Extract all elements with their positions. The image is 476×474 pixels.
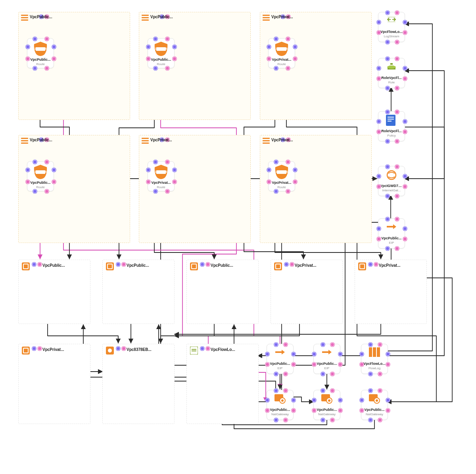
- node-n_eip1[interactable]: VpcPublic...EIP: [267, 344, 294, 374]
- route-ip: 172.16.0.0: [27, 170, 54, 173]
- route-node[interactable]: 172.16.0.0VpcPrivat...Route: [148, 161, 175, 191]
- port-dot: [395, 11, 399, 15]
- panel-p1[interactable]: VpcPublic...: [102, 260, 175, 324]
- node-n_logstream[interactable]: VpcFlowLo...LogStream: [378, 12, 405, 42]
- panel-p0[interactable]: VpcPublic...: [18, 260, 90, 324]
- node-sublabel: InternetGat...: [378, 189, 405, 192]
- port-dot: [146, 180, 150, 184]
- port-dot: [286, 37, 290, 41]
- port-dot: [386, 86, 390, 90]
- port-dot: [395, 40, 399, 44]
- port-dot: [360, 362, 364, 366]
- group-label: VpcPublic...: [150, 15, 173, 19]
- node-n_igw[interactable]: VpcIGWD7B...InternetGat...: [378, 166, 405, 196]
- node-sublabel: Route: [269, 62, 295, 66]
- node-n_eip_r[interactable]: VpcPublic...EIP: [378, 218, 405, 249]
- node-sublabel: NatGateway: [314, 412, 340, 416]
- port-dot: [369, 343, 372, 347]
- node-sublabel: NatGateway: [267, 412, 293, 416]
- node-sublabel: EIP: [378, 241, 405, 245]
- port-dot: [274, 189, 278, 193]
- node-n_policy[interactable]: RoleVpcFl...Policy: [378, 111, 405, 141]
- port-dot: [32, 347, 36, 351]
- node-n_role[interactable]: RoleVpcFl...Role: [378, 58, 405, 88]
- node-label: VpcIGWD7B...: [378, 184, 405, 188]
- port-dot: [165, 37, 169, 41]
- port-dot: [395, 217, 399, 221]
- route-node[interactable]: 172.16.0.0VpcPublic...Route: [27, 161, 54, 191]
- port-dot: [206, 262, 210, 266]
- route-node[interactable]: 172.16.0.0VpcPrivat...Route: [268, 161, 295, 191]
- panel-label: VpcPublic...: [211, 263, 233, 268]
- port-dot: [38, 347, 42, 351]
- node-n_eip2[interactable]: VpcPublic...EIP: [313, 344, 340, 374]
- port-dot: [165, 66, 169, 70]
- port-dot: [377, 20, 381, 24]
- node-sublabel: Route: [148, 185, 174, 189]
- port-dot: [116, 262, 120, 266]
- port-dot: [386, 398, 390, 402]
- port-dot: [284, 262, 288, 266]
- port-dot: [386, 352, 390, 356]
- node-sublabel: NatGateway: [361, 412, 388, 416]
- port-dot: [338, 408, 342, 412]
- port-dot: [377, 31, 381, 35]
- port-dot: [284, 418, 288, 422]
- group-label: VpcPublic...: [30, 138, 52, 142]
- port-dot: [378, 372, 382, 376]
- port-dot: [286, 160, 290, 164]
- port-dot: [267, 168, 271, 172]
- port-dot: [45, 66, 49, 70]
- router-icon: [21, 137, 28, 144]
- port-dot: [330, 343, 334, 347]
- panel-p4[interactable]: VpcPrivat...: [355, 260, 427, 324]
- port-dot: [403, 77, 407, 81]
- port-dot: [33, 160, 37, 164]
- route-ip: 172.16.0.0: [148, 47, 174, 50]
- port-dot: [403, 174, 407, 178]
- eip-icon: [386, 222, 397, 234]
- route-node[interactable]: 172.16.0.0VpcPublic...Route: [148, 38, 175, 68]
- port-dot: [386, 247, 390, 250]
- port-dot: [312, 398, 316, 402]
- port-dot: [173, 57, 177, 61]
- port-dot: [154, 37, 157, 41]
- port-dot: [274, 372, 278, 376]
- node-n_nat2[interactable]: VpcPublic...NatGateway: [313, 390, 340, 420]
- node-label: VpcPublic...: [27, 181, 54, 185]
- node-n_nat1[interactable]: VpcPublic...NatGateway: [267, 390, 294, 420]
- route-node[interactable]: 172.16.0.0VpcPrivat...Route: [268, 38, 295, 68]
- port-dot: [395, 165, 399, 169]
- node-label: VpcFlowLo...: [361, 362, 388, 366]
- port-dot: [377, 227, 381, 231]
- port-dot: [386, 194, 390, 198]
- panel-p5[interactable]: VpcPrivat...: [18, 344, 90, 424]
- port-dot: [274, 389, 278, 393]
- port-dot: [321, 389, 325, 393]
- port-dot: [116, 347, 120, 351]
- panel-p3[interactable]: VpcPrivat...: [271, 260, 343, 324]
- nat-icon: [321, 393, 332, 405]
- route-node[interactable]: 172.16.0.0VpcPublic...Route: [27, 38, 54, 68]
- node-label: VpcPublic...: [267, 362, 293, 366]
- port-dot: [292, 352, 296, 356]
- edge: [175, 324, 381, 334]
- panel-p7[interactable]: VpcFlowLo...: [186, 344, 259, 424]
- edge: [48, 324, 118, 343]
- port-dot: [267, 180, 271, 184]
- node-n_flowlog[interactable]: VpcFlowLo...FlowLog: [361, 344, 388, 374]
- node-n_nat3[interactable]: VpcPublic...NatGateway: [361, 390, 388, 420]
- port-dot: [386, 11, 390, 15]
- port-dot: [386, 408, 390, 412]
- port-dot: [395, 110, 399, 114]
- port-dot: [45, 160, 49, 164]
- port-dot: [386, 362, 390, 366]
- panel-p6[interactable]: Vpc8378EB...: [102, 344, 175, 424]
- port-dot: [377, 130, 381, 134]
- port-dot: [165, 160, 169, 164]
- port-dot: [267, 57, 271, 61]
- port-dot: [26, 57, 30, 61]
- node-label: VpcPrivat...: [269, 58, 295, 62]
- group-label: VpcPrivat...: [150, 138, 172, 142]
- panel-p2[interactable]: VpcPublic...: [186, 260, 259, 324]
